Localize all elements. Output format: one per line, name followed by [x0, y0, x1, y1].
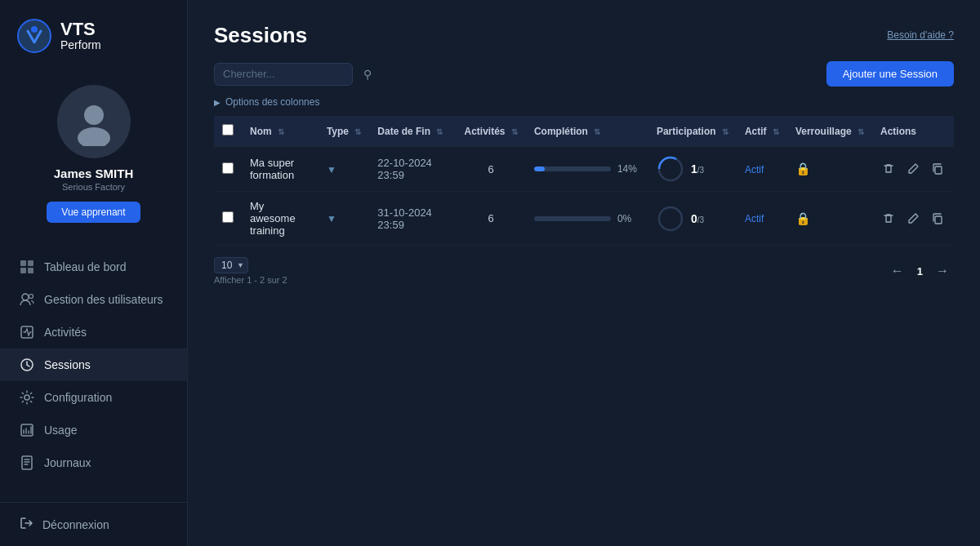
svg-rect-5: [28, 260, 33, 266]
users-icon: [20, 292, 34, 307]
logout-icon: [20, 516, 34, 533]
activities-icon: [20, 325, 34, 340]
sort-participation-icon[interactable]: ⇅: [722, 127, 728, 136]
vts-logo-icon: [16, 18, 52, 54]
sidebar-label-usage: Usage: [44, 424, 77, 437]
sort-activites-icon[interactable]: ⇅: [511, 127, 518, 136]
add-session-button[interactable]: Ajouter une Session: [826, 61, 954, 87]
sort-verrouillage-icon[interactable]: ⇅: [858, 127, 864, 136]
toolbar: ⚲ Ajouter une Session: [188, 61, 980, 96]
table-body: Ma super formation ▼ 22-10-2024 23:59 6 …: [214, 147, 954, 246]
row-completion-0: 14%: [526, 147, 648, 192]
sort-date-icon[interactable]: ⇅: [436, 127, 443, 136]
sidebar-item-sessions[interactable]: Sessions: [0, 348, 187, 381]
row-type-1: ▼: [318, 192, 369, 246]
vue-apprenant-button[interactable]: Vue apprenant: [47, 202, 140, 223]
row-date-fin-0: 22-10-2024 23:59: [369, 147, 456, 192]
column-options-area: ▶ Options des colonnes: [188, 96, 980, 116]
main-header: Sessions Besoin d'aide ?: [188, 0, 980, 61]
select-all-checkbox[interactable]: [222, 124, 234, 135]
search-box: ⚲: [214, 63, 353, 86]
th-type-label: Type: [327, 126, 349, 137]
row-checkbox-0[interactable]: [222, 162, 234, 174]
logout-item[interactable]: Déconnexion: [20, 516, 167, 533]
th-verrouillage: Verrouillage ⇅: [787, 116, 872, 147]
delete-button-0[interactable]: [880, 161, 897, 177]
sidebar-label-journaux: Journaux: [44, 456, 91, 469]
delete-button-1[interactable]: [880, 211, 897, 227]
sidebar-item-journaux[interactable]: Journaux: [0, 446, 187, 479]
search-input[interactable]: [223, 68, 360, 80]
page-title: Sessions: [214, 23, 307, 48]
sidebar-item-activites[interactable]: Activités: [0, 316, 187, 348]
svg-rect-14: [22, 456, 32, 469]
svg-point-12: [24, 395, 29, 400]
per-page-dropdown[interactable]: 10 25 50: [214, 257, 248, 273]
row-lock-0: 🔒: [787, 147, 872, 192]
sessions-table-area: Nom ⇅ Type ⇅ Date de Fin ⇅ Activités ⇅: [188, 116, 980, 246]
edit-button-1[interactable]: [905, 211, 921, 227]
nav-menu: Tableau de bord Gestion des utilisateurs: [0, 251, 187, 502]
th-verrouillage-label: Verrouillage: [795, 126, 852, 137]
row-checkbox-1[interactable]: [222, 211, 234, 223]
search-icon: ⚲: [363, 68, 372, 81]
column-options-toggle[interactable]: ▶ Options des colonnes: [214, 96, 954, 108]
sort-actif-icon[interactable]: ⇅: [773, 127, 779, 136]
row-actions-0: [872, 147, 954, 192]
svg-point-1: [31, 26, 38, 33]
usage-icon: [20, 423, 34, 437]
edit-button-0[interactable]: [905, 161, 921, 177]
row-actif-1: Actif: [737, 192, 787, 246]
sort-nom-icon[interactable]: ⇅: [278, 127, 284, 136]
th-date-fin-label: Date de Fin: [377, 126, 430, 137]
logo-text: VTS Perform: [60, 20, 101, 52]
sort-completion-icon[interactable]: ⇅: [594, 127, 600, 136]
pagination-controls: ← 1 →: [886, 262, 954, 280]
sidebar-item-usage[interactable]: Usage: [0, 414, 187, 446]
copy-button-0[interactable]: [929, 161, 946, 177]
copy-button-1[interactable]: [929, 211, 946, 227]
dashboard-icon: [20, 260, 34, 274]
svg-point-3: [78, 127, 110, 146]
table-header: Nom ⇅ Type ⇅ Date de Fin ⇅ Activités ⇅: [214, 116, 954, 147]
svg-point-2: [84, 105, 104, 125]
per-page-select: 10 25 50 ▼ Afficher 1 - 2 sur 2: [214, 257, 287, 285]
th-actions: Actions: [872, 116, 954, 147]
row-actif-0: Actif: [737, 147, 787, 192]
sidebar: VTS Perform James SMITH Serious Factory …: [0, 0, 188, 546]
th-actif-label: Actif: [745, 126, 767, 137]
th-date-fin: Date de Fin ⇅: [369, 116, 456, 147]
sidebar-item-gestion-utilisateurs[interactable]: Gestion des utilisateurs: [0, 283, 187, 316]
help-link[interactable]: Besoin d'aide ?: [887, 29, 954, 41]
sidebar-label-activites: Activités: [44, 326, 87, 339]
logs-icon: [20, 455, 34, 470]
row-lock-1: 🔒: [787, 192, 872, 246]
th-select-all: [214, 116, 242, 147]
th-participation: Participation ⇅: [648, 116, 737, 147]
th-nom-label: Nom: [250, 126, 272, 137]
gear-icon: [20, 390, 34, 405]
prev-page-button[interactable]: ←: [886, 262, 909, 280]
svg-rect-20: [935, 216, 942, 224]
row-participation-1: 0/3: [648, 192, 737, 246]
sessions-table: Nom ⇅ Type ⇅ Date de Fin ⇅ Activités ⇅: [214, 116, 954, 246]
row-type-0: ▼: [318, 147, 369, 192]
sort-type-icon[interactable]: ⇅: [354, 127, 361, 136]
sidebar-item-configuration[interactable]: Configuration: [0, 381, 187, 414]
next-page-button[interactable]: →: [931, 262, 954, 280]
pagination-area: 10 25 50 ▼ Afficher 1 - 2 sur 2 ← 1 →: [188, 246, 980, 285]
avatar-icon: [69, 97, 118, 146]
svg-rect-4: [20, 260, 26, 266]
logo-vts: VTS: [60, 20, 101, 39]
svg-point-0: [18, 20, 51, 52]
table-row: My awesome training ▼ 31-10-2024 23:59 6…: [214, 192, 954, 246]
svg-rect-17: [935, 166, 942, 174]
row-date-fin-1: 31-10-2024 23:59: [369, 192, 456, 246]
sidebar-label-users: Gestion des utilisateurs: [44, 293, 163, 306]
svg-point-8: [22, 294, 29, 300]
lock-icon-1: 🔒: [795, 211, 811, 225]
logo-area: VTS Perform: [0, 0, 118, 69]
row-checkbox-cell: [214, 192, 242, 246]
row-completion-1: 0%: [526, 192, 648, 246]
sidebar-item-tableau-de-bord[interactable]: Tableau de bord: [0, 251, 187, 283]
